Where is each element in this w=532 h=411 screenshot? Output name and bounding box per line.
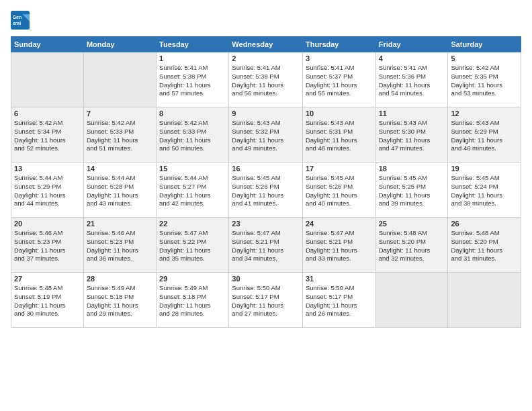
day-info: Sunrise: 5:49 AM Sunset: 5:18 PM Dayligh… xyxy=(87,284,153,318)
day-number: 8 xyxy=(159,109,226,118)
day-info: Sunrise: 5:45 AM Sunset: 5:24 PM Dayligh… xyxy=(451,174,518,208)
day-number: 15 xyxy=(159,165,226,173)
calendar-week-row: 13Sunrise: 5:44 AM Sunset: 5:29 PM Dayli… xyxy=(11,163,521,218)
calendar-cell: 31Sunrise: 5:50 AM Sunset: 5:17 PM Dayli… xyxy=(302,273,375,328)
day-info: Sunrise: 5:50 AM Sunset: 5:17 PM Dayligh… xyxy=(306,284,373,318)
calendar-cell: 17Sunrise: 5:45 AM Sunset: 5:26 PM Dayli… xyxy=(302,163,375,218)
calendar-cell: 8Sunrise: 5:42 AM Sunset: 5:33 PM Daylig… xyxy=(157,107,229,163)
day-number: 7 xyxy=(87,109,153,118)
day-info: Sunrise: 5:42 AM Sunset: 5:35 PM Dayligh… xyxy=(451,64,518,98)
calendar-cell xyxy=(83,52,156,107)
day-number: 13 xyxy=(14,165,81,173)
day-number: 25 xyxy=(379,220,445,228)
day-number: 2 xyxy=(232,54,300,62)
day-info: Sunrise: 5:45 AM Sunset: 5:26 PM Dayligh… xyxy=(232,174,300,208)
day-info: Sunrise: 5:49 AM Sunset: 5:18 PM Dayligh… xyxy=(159,284,226,318)
weekday-header: Monday xyxy=(83,37,156,52)
calendar-cell: 25Sunrise: 5:48 AM Sunset: 5:20 PM Dayli… xyxy=(375,218,448,273)
day-info: Sunrise: 5:46 AM Sunset: 5:23 PM Dayligh… xyxy=(87,229,153,263)
day-info: Sunrise: 5:47 AM Sunset: 5:21 PM Dayligh… xyxy=(232,229,300,263)
calendar-week-row: 27Sunrise: 5:48 AM Sunset: 5:19 PM Dayli… xyxy=(11,273,521,328)
day-info: Sunrise: 5:48 AM Sunset: 5:20 PM Dayligh… xyxy=(379,229,445,263)
calendar-cell xyxy=(11,52,84,107)
day-info: Sunrise: 5:41 AM Sunset: 5:36 PM Dayligh… xyxy=(379,64,445,98)
calendar-cell: 29Sunrise: 5:49 AM Sunset: 5:18 PM Dayli… xyxy=(157,273,229,328)
calendar-cell: 11Sunrise: 5:43 AM Sunset: 5:30 PM Dayli… xyxy=(375,107,448,163)
day-number: 26 xyxy=(451,220,518,228)
day-info: Sunrise: 5:41 AM Sunset: 5:38 PM Dayligh… xyxy=(232,64,300,98)
logo-icon: Gen eral xyxy=(11,11,30,30)
weekday-header: Thursday xyxy=(302,37,375,52)
day-info: Sunrise: 5:42 AM Sunset: 5:34 PM Dayligh… xyxy=(14,119,81,153)
calendar-cell: 12Sunrise: 5:43 AM Sunset: 5:29 PM Dayli… xyxy=(448,107,521,163)
day-number: 1 xyxy=(159,54,226,62)
calendar-cell: 20Sunrise: 5:46 AM Sunset: 5:23 PM Dayli… xyxy=(11,218,84,273)
day-number: 3 xyxy=(306,54,373,62)
calendar-cell: 19Sunrise: 5:45 AM Sunset: 5:24 PM Dayli… xyxy=(448,163,521,218)
day-number: 14 xyxy=(87,165,153,173)
day-number: 29 xyxy=(159,275,226,283)
day-info: Sunrise: 5:47 AM Sunset: 5:22 PM Dayligh… xyxy=(159,229,226,263)
svg-rect-0 xyxy=(11,11,30,30)
svg-text:eral: eral xyxy=(13,21,21,26)
day-info: Sunrise: 5:45 AM Sunset: 5:25 PM Dayligh… xyxy=(379,174,445,208)
calendar-cell: 1Sunrise: 5:41 AM Sunset: 5:38 PM Daylig… xyxy=(157,52,229,107)
day-info: Sunrise: 5:41 AM Sunset: 5:37 PM Dayligh… xyxy=(306,64,373,98)
header: Gen eral xyxy=(11,11,521,30)
page: Gen eral SundayMondayTuesdayWednesdayThu… xyxy=(0,0,532,411)
calendar-cell: 30Sunrise: 5:50 AM Sunset: 5:17 PM Dayli… xyxy=(229,273,303,328)
day-info: Sunrise: 5:42 AM Sunset: 5:33 PM Dayligh… xyxy=(87,119,153,153)
weekday-header: Tuesday xyxy=(157,37,229,52)
day-info: Sunrise: 5:43 AM Sunset: 5:32 PM Dayligh… xyxy=(232,119,300,153)
day-info: Sunrise: 5:43 AM Sunset: 5:29 PM Dayligh… xyxy=(451,119,518,153)
day-number: 17 xyxy=(306,165,373,173)
calendar-cell: 26Sunrise: 5:48 AM Sunset: 5:20 PM Dayli… xyxy=(448,218,521,273)
calendar-week-row: 1Sunrise: 5:41 AM Sunset: 5:38 PM Daylig… xyxy=(11,52,521,107)
calendar-cell: 3Sunrise: 5:41 AM Sunset: 5:37 PM Daylig… xyxy=(302,52,375,107)
day-info: Sunrise: 5:42 AM Sunset: 5:33 PM Dayligh… xyxy=(159,119,226,153)
weekday-header-row: SundayMondayTuesdayWednesdayThursdayFrid… xyxy=(11,37,521,52)
calendar-cell: 14Sunrise: 5:44 AM Sunset: 5:28 PM Dayli… xyxy=(83,163,156,218)
day-number: 27 xyxy=(14,275,81,283)
calendar-cell: 2Sunrise: 5:41 AM Sunset: 5:38 PM Daylig… xyxy=(229,52,303,107)
calendar-cell: 21Sunrise: 5:46 AM Sunset: 5:23 PM Dayli… xyxy=(83,218,156,273)
calendar-cell: 13Sunrise: 5:44 AM Sunset: 5:29 PM Dayli… xyxy=(11,163,84,218)
calendar-table: SundayMondayTuesdayWednesdayThursdayFrid… xyxy=(11,36,521,328)
calendar-cell: 18Sunrise: 5:45 AM Sunset: 5:25 PM Dayli… xyxy=(375,163,448,218)
day-number: 12 xyxy=(451,109,518,118)
weekday-header: Saturday xyxy=(448,37,521,52)
day-number: 30 xyxy=(232,275,300,283)
day-number: 21 xyxy=(87,220,153,228)
day-number: 5 xyxy=(451,54,518,62)
day-info: Sunrise: 5:43 AM Sunset: 5:30 PM Dayligh… xyxy=(379,119,445,153)
weekday-header: Sunday xyxy=(11,37,84,52)
day-info: Sunrise: 5:41 AM Sunset: 5:38 PM Dayligh… xyxy=(159,64,226,98)
calendar-cell: 28Sunrise: 5:49 AM Sunset: 5:18 PM Dayli… xyxy=(83,273,156,328)
day-number: 18 xyxy=(379,165,445,173)
day-info: Sunrise: 5:44 AM Sunset: 5:27 PM Dayligh… xyxy=(159,174,226,208)
day-number: 19 xyxy=(451,165,518,173)
calendar-cell: 9Sunrise: 5:43 AM Sunset: 5:32 PM Daylig… xyxy=(229,107,303,163)
calendar-cell xyxy=(448,273,521,328)
day-number: 11 xyxy=(379,109,445,118)
day-info: Sunrise: 5:46 AM Sunset: 5:23 PM Dayligh… xyxy=(14,229,81,263)
day-number: 22 xyxy=(159,220,226,228)
calendar-cell: 10Sunrise: 5:43 AM Sunset: 5:31 PM Dayli… xyxy=(302,107,375,163)
calendar-cell: 7Sunrise: 5:42 AM Sunset: 5:33 PM Daylig… xyxy=(83,107,156,163)
calendar-cell: 22Sunrise: 5:47 AM Sunset: 5:22 PM Dayli… xyxy=(157,218,229,273)
day-number: 6 xyxy=(14,109,81,118)
calendar-week-row: 6Sunrise: 5:42 AM Sunset: 5:34 PM Daylig… xyxy=(11,107,521,163)
day-number: 28 xyxy=(87,275,153,283)
calendar-cell: 16Sunrise: 5:45 AM Sunset: 5:26 PM Dayli… xyxy=(229,163,303,218)
day-info: Sunrise: 5:48 AM Sunset: 5:19 PM Dayligh… xyxy=(14,284,81,318)
day-number: 10 xyxy=(306,109,373,118)
calendar-cell: 6Sunrise: 5:42 AM Sunset: 5:34 PM Daylig… xyxy=(11,107,84,163)
logo: Gen eral xyxy=(11,11,32,30)
svg-text:Gen: Gen xyxy=(13,15,22,19)
day-number: 20 xyxy=(14,220,81,228)
calendar-cell: 15Sunrise: 5:44 AM Sunset: 5:27 PM Dayli… xyxy=(157,163,229,218)
day-info: Sunrise: 5:45 AM Sunset: 5:26 PM Dayligh… xyxy=(306,174,373,208)
calendar-cell xyxy=(375,273,448,328)
calendar-cell: 23Sunrise: 5:47 AM Sunset: 5:21 PM Dayli… xyxy=(229,218,303,273)
day-number: 24 xyxy=(306,220,373,228)
